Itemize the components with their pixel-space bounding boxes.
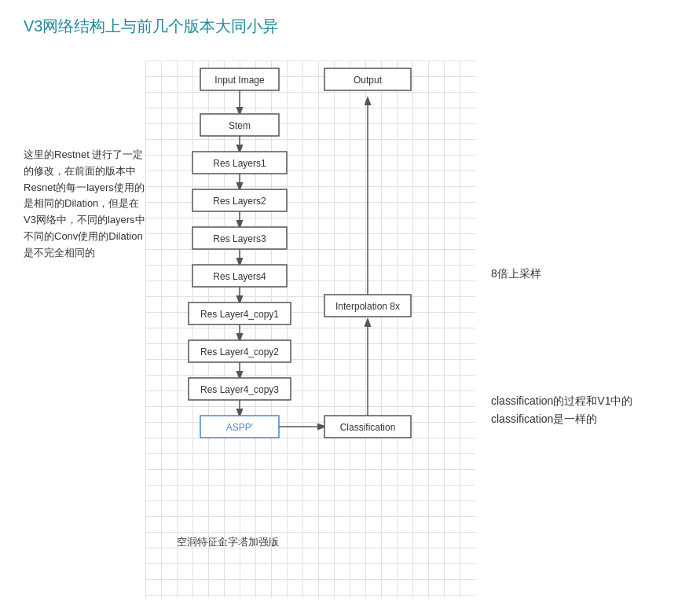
right-annotation: 8倍上采样 classification的过程和V1中的classificati… [475, 60, 676, 598]
res-layers1-label: Res Layers1 [213, 158, 266, 169]
input-image-label: Input Image [214, 75, 265, 86]
res-layers3-label: Res Layers3 [213, 233, 266, 244]
diagram-svg: Input Image Stem Res Layers1 Res [145, 60, 475, 598]
left-annotation: 这里的Restnet 进行了一定的修改，在前面的版本中Resnet的每一laye… [24, 60, 145, 598]
classification-label: Classification [340, 422, 396, 433]
res-layers4-label: Res Layers4 [213, 271, 266, 282]
stem-label: Stem [229, 120, 251, 131]
interpolation-label: Interpolation 8x [335, 301, 400, 312]
res-layers2-label: Res Layers2 [213, 196, 266, 207]
right-annotation-top: 8倍上采样 [491, 265, 676, 282]
diagram-area: Input Image Stem Res Layers1 Res [145, 60, 475, 598]
res-layer4-copy2-label: Res Layer4_copy2 [200, 346, 279, 358]
output-label: Output [354, 75, 383, 86]
res-layer4-copy3-label: Res Layer4_copy3 [200, 384, 279, 395]
page-title: V3网络结构上与前几个版本大同小异 [24, 16, 676, 37]
page-container: V3网络结构上与前几个版本大同小异 这里的Restnet 进行了一定的修改，在前… [0, 0, 700, 565]
main-content: 这里的Restnet 进行了一定的修改，在前面的版本中Resnet的每一laye… [24, 60, 676, 598]
right-annotation-bottom: classification的过程和V1中的classification是一样的 [491, 392, 676, 427]
res-layer4-copy1-label: Res Layer4_copy1 [200, 309, 279, 320]
aspp-label: ASPP' [226, 422, 253, 433]
